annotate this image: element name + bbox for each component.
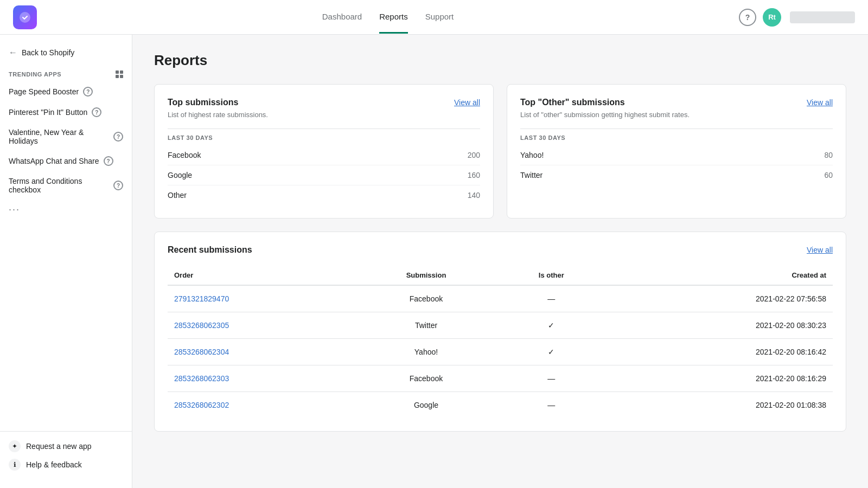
created-at-cell: 2021-02-20 08:16:29 [604, 365, 833, 392]
table-row: 2853268062304 Yahoo! ✓ 2021-02-20 08:16:… [168, 339, 833, 365]
top-sub-row-2: Other 140 [168, 185, 480, 205]
avatar[interactable]: Rt [763, 8, 781, 27]
request-new-app-button[interactable]: ✦ Request a new app [9, 440, 123, 452]
sidebar-item-terms[interactable]: Terms and Conditions checkbox ? [0, 171, 132, 200]
plus-circle-icon: ✦ [9, 440, 21, 452]
top-sub-row-0: Facebook 200 [168, 145, 480, 165]
recent-submissions-table: Order Submission Is other Created at 279… [168, 266, 833, 418]
submission-cell: Twitter [354, 312, 499, 339]
trending-apps-section: TRENDING APPS [0, 66, 132, 81]
is-other-cell: ✓ [499, 339, 604, 365]
top-other-row-1: Twitter 60 [520, 165, 833, 185]
top-other-submissions-period: LAST 30 DAYS [520, 129, 833, 145]
created-at-cell: 2021-02-20 01:08:38 [604, 392, 833, 419]
top-other-row-0: Yahoo! 80 [520, 145, 833, 165]
sidebar-item-label: Pinterest "Pin It" Button [9, 108, 87, 117]
main-content: Reports Top submissions View all List of… [132, 35, 868, 488]
is-other-cell: — [499, 365, 604, 392]
sidebar-bottom: ✦ Request a new app ℹ Help & feedback [0, 431, 132, 479]
more-items-dots[interactable]: ··· [0, 200, 132, 220]
submission-cell: Facebook [354, 285, 499, 312]
help-circle-icon[interactable]: ? [739, 9, 756, 26]
order-link[interactable]: 2791321829470 [168, 285, 354, 312]
top-other-submissions-subtitle: List of "other" submission getting highe… [520, 111, 833, 119]
submission-cell: Facebook [354, 365, 499, 392]
top-other-submissions-header: Top "Other" submissions View all [520, 98, 833, 107]
col-order: Order [168, 266, 354, 285]
info-icon-pinterest[interactable]: ? [92, 107, 101, 117]
col-created-at: Created at [604, 266, 833, 285]
back-arrow-icon: ← [9, 48, 17, 57]
submission-cell: Google [354, 392, 499, 419]
sidebar-item-label: WhatsApp Chat and Share [9, 157, 99, 165]
submission-cell: Yahoo! [354, 339, 499, 365]
sidebar-item-label: Terms and Conditions checkbox [9, 177, 109, 194]
nav-right: ? Rt [739, 8, 855, 27]
created-at-cell: 2021-02-20 08:16:42 [604, 339, 833, 365]
table-row: 2791321829470 Facebook — 2021-02-22 07:5… [168, 285, 833, 312]
page-title: Reports [154, 52, 846, 69]
top-submissions-card: Top submissions View all List of highest… [154, 84, 494, 219]
username-placeholder [790, 11, 855, 23]
sidebar-item-page-speed[interactable]: Page Speed Booster ? [0, 81, 132, 102]
info-icon-valentine[interactable]: ? [113, 132, 123, 142]
info-icon-whatsapp[interactable]: ? [104, 156, 113, 166]
table-row: 2853268062302 Google — 2021-02-20 01:08:… [168, 392, 833, 419]
info-icon-terms[interactable]: ? [113, 181, 123, 190]
top-sub-row-1: Google 160 [168, 165, 480, 185]
sidebar: ← Back to Shopify TRENDING APPS Page Spe… [0, 35, 132, 488]
app-logo[interactable] [13, 5, 37, 29]
grid-view-icon[interactable] [116, 70, 123, 78]
table-row: 2853268062305 Twitter ✓ 2021-02-20 08:30… [168, 312, 833, 339]
col-submission: Submission [354, 266, 499, 285]
top-other-submissions-title: Top "Other" submissions [520, 98, 625, 107]
recent-submissions-card: Recent submissions View all Order Submis… [154, 232, 846, 432]
top-submissions-subtitle: List of highest rate submissions. [168, 111, 480, 119]
sidebar-item-whatsapp[interactable]: WhatsApp Chat and Share ? [0, 151, 132, 171]
recent-submissions-view-all[interactable]: View all [807, 246, 833, 254]
order-link[interactable]: 2853268062305 [168, 312, 354, 339]
top-submissions-view-all[interactable]: View all [454, 98, 480, 107]
col-is-other: Is other [499, 266, 604, 285]
sidebar-item-label: Page Speed Booster [9, 87, 79, 96]
sidebar-item-pinterest[interactable]: Pinterest "Pin It" Button ? [0, 102, 132, 123]
nav-link-reports[interactable]: Reports [379, 1, 408, 34]
is-other-cell: — [499, 392, 604, 419]
back-label: Back to Shopify [22, 48, 74, 57]
created-at-cell: 2021-02-20 08:30:23 [604, 312, 833, 339]
top-other-submissions-view-all[interactable]: View all [807, 98, 833, 107]
order-link[interactable]: 2853268062304 [168, 339, 354, 365]
info-icon-page-speed[interactable]: ? [83, 87, 93, 97]
table-row: 2853268062303 Facebook — 2021-02-20 08:1… [168, 365, 833, 392]
nav-links: Dashboard Reports Support [37, 1, 739, 34]
top-other-submissions-card: Top "Other" submissions View all List of… [507, 84, 846, 219]
table-header-row: Order Submission Is other Created at [168, 266, 833, 285]
sidebar-item-valentine[interactable]: Valentine, New Year & Holidays ? [0, 123, 132, 151]
order-link[interactable]: 2853268062303 [168, 365, 354, 392]
top-nav: Dashboard Reports Support ? Rt [0, 0, 868, 35]
info-circle-icon: ℹ [9, 459, 21, 471]
recent-submissions-title: Recent submissions [168, 245, 252, 255]
back-to-shopify-button[interactable]: ← Back to Shopify [0, 43, 132, 66]
help-feedback-label: Help & feedback [26, 460, 82, 469]
nav-link-support[interactable]: Support [425, 1, 454, 34]
nav-link-dashboard[interactable]: Dashboard [322, 1, 362, 34]
top-cards-row: Top submissions View all List of highest… [154, 84, 846, 219]
recent-submissions-header: Recent submissions View all [168, 245, 833, 255]
top-submissions-period: LAST 30 DAYS [168, 129, 480, 145]
sidebar-item-label: Valentine, New Year & Holidays [9, 128, 109, 145]
svg-point-0 [20, 12, 30, 23]
top-submissions-header: Top submissions View all [168, 98, 480, 107]
top-submissions-title: Top submissions [168, 98, 238, 107]
request-new-app-label: Request a new app [26, 442, 92, 451]
created-at-cell: 2021-02-22 07:56:58 [604, 285, 833, 312]
is-other-cell: — [499, 285, 604, 312]
help-feedback-button[interactable]: ℹ Help & feedback [9, 459, 123, 471]
is-other-cell: ✓ [499, 312, 604, 339]
order-link[interactable]: 2853268062302 [168, 392, 354, 419]
